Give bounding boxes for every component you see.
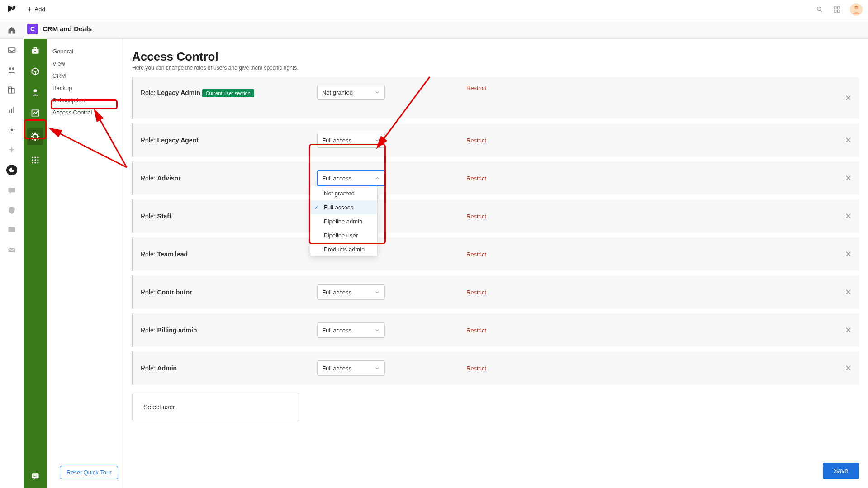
svg-rect-2 — [834, 7, 836, 9]
app-title: CRM and Deals — [43, 25, 92, 33]
role-row-billing-admin: Role: Billing admin Full access Restrict… — [132, 313, 859, 347]
crm-nav-icon[interactable] — [6, 165, 17, 175]
access-select[interactable]: Full access — [317, 360, 385, 376]
role-row-legacy-admin: Role: Legacy Admin Current user section … — [132, 77, 859, 119]
svg-point-32 — [32, 162, 33, 163]
save-button[interactable]: Save — [823, 463, 859, 479]
home-icon[interactable] — [7, 25, 17, 35]
dropdown-option-selected[interactable]: ✓ Full access — [310, 200, 377, 214]
apps-grid-icon[interactable] — [833, 5, 841, 14]
chevron-down-icon — [375, 327, 380, 333]
chevron-down-icon — [375, 137, 380, 143]
svg-rect-11 — [11, 89, 14, 93]
dropdown-option[interactable]: Pipeline admin — [310, 214, 377, 228]
access-select-open[interactable]: Full access — [317, 171, 385, 186]
chevron-down-icon — [375, 365, 380, 371]
page-subtitle: Here you can change the roles of users a… — [132, 65, 859, 71]
page-title: Access Control — [132, 50, 859, 64]
add-button[interactable]: + Add — [27, 5, 45, 14]
user-icon[interactable] — [30, 87, 41, 98]
nav-view[interactable]: View — [47, 57, 123, 70]
restrict-link[interactable]: Restrict — [466, 251, 486, 258]
settings-nav: General View CRM Backup Subscription Acc… — [47, 39, 123, 488]
restrict-link[interactable]: Restrict — [466, 213, 486, 220]
access-select[interactable]: Full access — [317, 322, 385, 338]
svg-rect-14 — [9, 110, 10, 113]
close-icon[interactable]: ✕ — [845, 93, 852, 103]
role-row-advisor: Role: Advisor Full access Restrict ✕ Not… — [132, 161, 859, 195]
reset-tour-button[interactable]: Reset Quick Tour — [60, 466, 118, 479]
app-logo-icon[interactable] — [5, 3, 18, 16]
settings-gear-icon[interactable] — [7, 125, 17, 135]
svg-rect-4 — [834, 10, 836, 12]
topbar-right — [816, 3, 863, 16]
restrict-link[interactable]: Restrict — [466, 327, 486, 334]
role-row-legacy-agent: Role: Legacy Agent Full access Restrict … — [132, 123, 859, 157]
restrict-link[interactable]: Restrict — [466, 175, 486, 182]
close-icon[interactable]: ✕ — [845, 211, 852, 221]
svg-line-1 — [821, 10, 822, 12]
access-select[interactable]: Not granted — [317, 85, 385, 100]
svg-point-8 — [9, 67, 11, 70]
nav-subscription[interactable]: Subscription — [47, 94, 123, 106]
svg-point-17 — [11, 129, 13, 131]
briefcase-icon[interactable] — [30, 45, 41, 56]
nav-crm[interactable]: CRM — [47, 70, 123, 82]
svg-rect-16 — [13, 107, 14, 113]
cube-icon[interactable] — [30, 66, 41, 77]
role-row-staff: Role: Staff Restrict ✕ — [132, 199, 859, 233]
dropdown-option[interactable]: Products admin — [310, 242, 377, 256]
close-icon[interactable]: ✕ — [845, 135, 852, 145]
restrict-link[interactable]: Restrict — [466, 289, 486, 296]
chevron-down-icon — [375, 289, 380, 295]
close-icon[interactable]: ✕ — [845, 173, 852, 183]
close-icon[interactable]: ✕ — [845, 325, 852, 335]
chat-icon[interactable] — [7, 225, 17, 235]
sparkle-icon[interactable] — [7, 145, 17, 155]
role-row-contributor: Role: Contributor Full access Restrict ✕ — [132, 275, 859, 309]
select-user-box[interactable]: Select user — [132, 393, 299, 421]
role-label: Role: Admin — [141, 365, 317, 372]
svg-point-30 — [34, 159, 36, 161]
add-button-label: Add — [35, 6, 45, 13]
settings-active[interactable] — [27, 128, 43, 145]
restrict-link[interactable]: Restrict — [466, 365, 486, 372]
access-select[interactable]: Full access — [317, 133, 385, 148]
svg-rect-5 — [837, 10, 840, 12]
close-icon[interactable]: ✕ — [845, 249, 852, 259]
building-icon[interactable] — [7, 85, 17, 95]
close-icon[interactable]: ✕ — [845, 287, 852, 297]
chart-line-icon[interactable] — [30, 108, 41, 118]
close-icon[interactable]: ✕ — [845, 363, 852, 373]
access-select[interactable]: Full access — [317, 284, 385, 300]
svg-point-0 — [817, 7, 821, 10]
apps-dots-icon[interactable] — [30, 155, 41, 166]
role-row-admin: Role: Admin Full access Restrict ✕ — [132, 351, 859, 385]
plus-icon: + — [27, 5, 32, 14]
role-label: Role: Staff — [141, 213, 317, 220]
shield-icon[interactable] — [7, 205, 17, 215]
role-label: Role: Contributor — [141, 289, 317, 296]
message-icon[interactable] — [7, 185, 17, 195]
svg-rect-19 — [9, 227, 15, 232]
search-icon[interactable] — [816, 5, 824, 14]
nav-backup[interactable]: Backup — [47, 82, 123, 94]
role-row-team-lead: Role: Team lead Restrict ✕ — [132, 237, 859, 271]
inbox-icon[interactable] — [7, 45, 17, 55]
nav-general[interactable]: General — [47, 45, 123, 57]
people-icon[interactable] — [7, 65, 17, 75]
check-icon: ✓ — [314, 204, 318, 211]
restrict-link[interactable]: Restrict — [466, 85, 486, 91]
role-label: Role: Legacy Admin Current user section — [141, 85, 317, 97]
nav-access-control[interactable]: Access Control — [47, 106, 123, 118]
mail-icon[interactable] — [7, 245, 17, 255]
analytics-icon[interactable] — [7, 105, 17, 115]
svg-rect-20 — [9, 248, 15, 252]
avatar[interactable] — [850, 3, 863, 16]
restrict-link[interactable]: Restrict — [466, 137, 486, 144]
left-rail — [0, 19, 24, 488]
dropdown-option[interactable]: Pipeline user — [310, 228, 377, 242]
svg-rect-15 — [11, 109, 12, 113]
feedback-icon[interactable] — [30, 471, 41, 482]
dropdown-option[interactable]: Not granted — [310, 186, 377, 200]
